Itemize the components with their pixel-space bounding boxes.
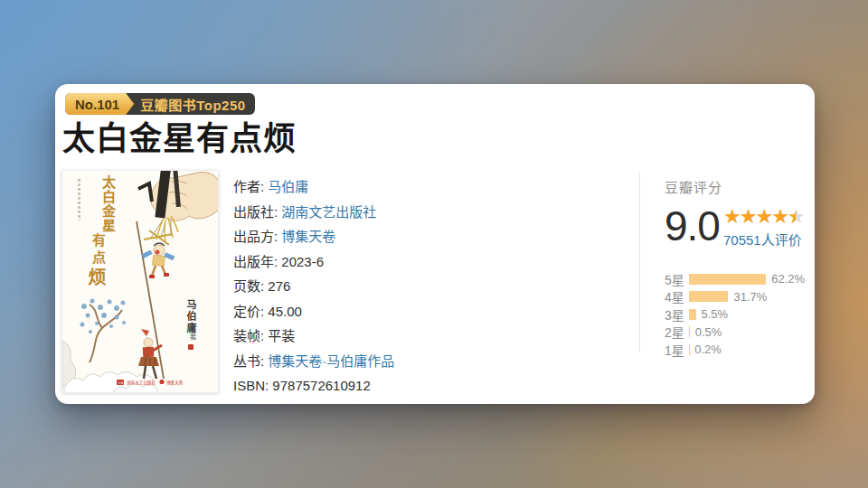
star-fill: ★★★★★ [723,207,796,227]
info-row-price: 定价: 45.00 [233,299,631,324]
info-label: 作者: [233,179,264,194]
dist-row-1star: 1星 0.2% [665,341,809,359]
star-level-label: 2星 [665,323,689,341]
rating-distribution: 5星 62.2% 4星 31.7% 3星 5.5% 2星 0.5% 1星 [665,270,809,359]
info-row-producer: 出品方: 博集天卷 [233,224,631,249]
info-label: 出版年: [233,254,278,269]
info-row-isbn: ISBN: 9787572610912 [233,373,631,399]
score-row: 9.0 ★★★★★ ★★★★★ 70551人评价 [665,205,809,258]
author-seal-icon [188,344,193,350]
rating-header: 豆瓣评分 [665,177,809,196]
vertical-divider [639,172,640,352]
rating-percent: 0.5% [695,325,722,339]
rating-bar [689,291,728,302]
info-label: 页数: [233,278,264,294]
book-info-list: 作者: 马伯庸 出版社: 湖南文艺出版社 出品方: 博集天卷 出版年: 2023… [233,174,631,399]
pages-value: 276 [268,278,290,294]
info-label: 出品方: [233,229,278,244]
book-cover[interactable]: CS 湖南文艺出版社 博集天卷 太白金星 有点 烦 马伯庸 著 [61,170,219,393]
info-row-series: 丛书: 博集天卷·马伯庸作品 [233,349,631,374]
cover-author: 马伯庸 [185,299,195,334]
info-label: 定价: [233,304,264,319]
star-level-label: 1星 [665,341,689,359]
cover-tagline-text [78,179,80,221]
isbn-value: 9787572610912 [272,378,370,393]
dist-row-5star: 5星 62.2% [665,270,809,288]
info-label: 出版社: [233,204,278,220]
brand-name: 博集天卷 [166,380,184,386]
price-value: 45.00 [268,304,302,319]
pubyear-value: 2023-6 [281,254,324,269]
info-row-publisher: 出版社: 湖南文艺出版社 [233,200,631,225]
cover-title-last: 烦 [87,267,105,286]
producer-link[interactable]: 博集天卷 [281,229,335,244]
rating-score: 9.0 [665,203,720,249]
book-card: No.101 豆瓣图书Top250 太白金星有点烦 [55,84,815,404]
cover-author-suffix: 著 [188,333,195,340]
rating-percent: 0.2% [694,343,722,356]
cover-title-sub: 有点 [90,233,104,267]
rating-percent: 62.2% [771,272,805,286]
info-row-pubyear: 出版年: 2023-6 [233,249,631,275]
cover-publisher-logos: CS 湖南文艺出版社 博集天卷 [117,380,184,386]
series-link[interactable]: 博集天卷·马伯庸作品 [268,353,394,369]
info-label: ISBN: [233,378,269,393]
rating-section: 豆瓣评分 9.0 ★★★★★ ★★★★★ 70551人评价 5星 62.2% 4… [665,177,809,359]
dist-row-4star: 4星 31.7% [665,288,809,306]
publisher-link[interactable]: 湖南文艺出版社 [281,204,376,220]
cover-title-main: 太白金星 [100,175,114,233]
rating-bar [689,274,766,285]
dist-row-2star: 2星 0.5% [665,324,809,342]
votes-link[interactable]: 70551人评价 [723,230,802,249]
star-level-label: 5星 [665,270,689,288]
info-row-author: 作者: 马伯庸 [233,174,631,200]
publisher-name: 湖南文艺出版社 [127,380,156,386]
star-fill-glyphs: ★★★★★ [723,207,796,227]
author-link[interactable]: 马伯庸 [268,179,308,194]
rating-bar [689,326,690,337]
info-label: 丛书: [233,353,264,369]
publisher-mark: CS [118,380,124,385]
info-row-binding: 装帧: 平装 [233,324,631,349]
rating-percent: 31.7% [733,290,767,304]
binding-value: 平装 [268,328,295,343]
dist-row-3star: 3星 5.5% [665,305,809,324]
info-row-pages: 页数: 276 [233,274,631,299]
info-label: 装帧: [233,328,264,343]
star-rating: ★★★★★ ★★★★★ [723,207,804,229]
rating-percent: 5.5% [702,307,729,321]
star-level-label: 4星 [665,287,689,305]
rating-bar [689,309,696,320]
star-level-label: 3星 [665,305,689,324]
page-title: 太白金星有点烦 [62,112,297,159]
